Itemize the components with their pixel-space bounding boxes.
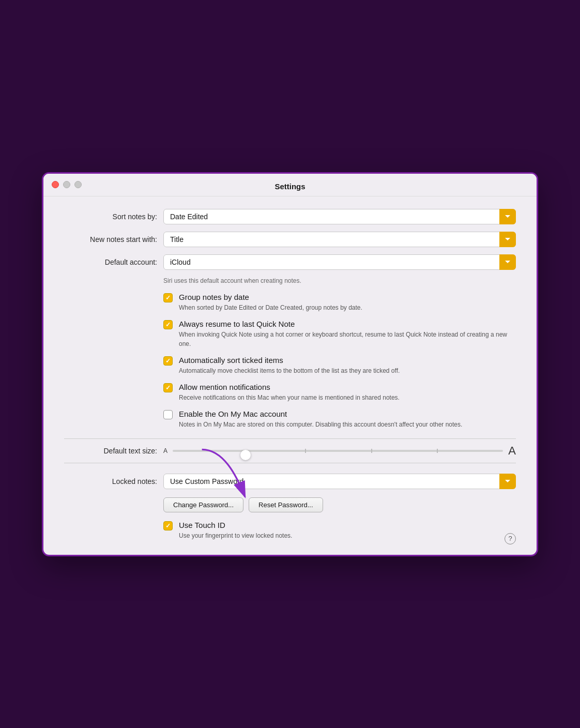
settings-content: Sort notes by: Date Edited Date Created … — [43, 196, 537, 555]
on-my-mac-title: Enable the On My Mac account — [179, 410, 516, 418]
touch-id-label-group: Use Touch ID Use your fingerprint to vie… — [179, 521, 292, 540]
siri-hint: Siri uses this default account when crea… — [163, 277, 516, 284]
maximize-button[interactable] — [74, 181, 82, 188]
locked-notes-label: Locked notes: — [64, 477, 157, 486]
always-resume-checkbox[interactable] — [163, 320, 173, 329]
help-button[interactable]: ? — [505, 533, 516, 544]
auto-sort-label-group: Automatically sort ticked items Automati… — [179, 356, 516, 375]
bottom-row: Use Touch ID Use your fingerprint to vie… — [163, 521, 516, 540]
group-notes-checkbox-wrapper[interactable] — [163, 293, 173, 302]
on-my-mac-checkbox-wrapper[interactable] — [163, 410, 173, 419]
group-notes-checkbox[interactable] — [163, 293, 173, 302]
auto-sort-checkbox[interactable] — [163, 356, 173, 366]
slider-large-a: A — [508, 444, 516, 458]
group-notes-desc: When sorted by Date Edited or Date Creat… — [179, 303, 516, 312]
auto-sort-desc: Automatically move checklist items to th… — [179, 366, 516, 375]
new-notes-select[interactable]: Title Body Last edited paragraph — [163, 232, 516, 247]
touch-id-checkbox-wrapper[interactable] — [163, 521, 173, 530]
allow-mention-row: Allow mention notifications Receive noti… — [163, 383, 516, 402]
group-notes-label-group: Group notes by date When sorted by Date … — [179, 293, 516, 312]
default-account-row: Default account: iCloud On My Mac — [64, 254, 516, 270]
on-my-mac-desc: Notes in On My Mac are stored on this co… — [179, 420, 516, 429]
sort-notes-select[interactable]: Date Edited Date Created Title — [163, 209, 516, 224]
sort-notes-row: Sort notes by: Date Edited Date Created … — [64, 209, 516, 224]
allow-mention-checkbox-wrapper[interactable] — [163, 383, 173, 392]
default-account-select[interactable]: iCloud On My Mac — [163, 254, 516, 270]
slider-small-a: A — [163, 447, 167, 454]
on-my-mac-row: Enable the On My Mac account Notes in On… — [163, 410, 516, 429]
touch-id-checkbox[interactable] — [163, 521, 173, 530]
reset-password-button[interactable]: Reset Password... — [249, 497, 323, 512]
slider-track — [173, 450, 503, 452]
slider-tick-2 — [371, 449, 372, 453]
sort-notes-select-wrapper: Date Edited Date Created Title — [163, 209, 516, 224]
locked-notes-select[interactable]: Use Custom Password Use Device Password — [163, 474, 516, 489]
slider-track-wrapper[interactable] — [173, 446, 503, 456]
new-notes-select-wrapper: Title Body Last edited paragraph — [163, 232, 516, 247]
checkboxes-section: Group notes by date When sorted by Date … — [163, 293, 516, 429]
window-title: Settings — [274, 182, 305, 191]
new-notes-row: New notes start with: Title Body Last ed… — [64, 232, 516, 247]
touch-id-desc: Use your fingerprint to view locked note… — [179, 531, 292, 540]
on-my-mac-label-group: Enable the On My Mac account Notes in On… — [179, 410, 516, 429]
touch-id-group: Use Touch ID Use your fingerprint to vie… — [163, 521, 292, 540]
title-bar: Settings — [43, 174, 537, 196]
touch-id-title: Use Touch ID — [179, 521, 292, 529]
default-account-label: Default account: — [64, 258, 157, 266]
allow-mention-title: Allow mention notifications — [179, 383, 516, 391]
slider-tick-3 — [437, 449, 438, 453]
slider-thumb[interactable] — [240, 450, 251, 460]
minimize-button[interactable] — [63, 181, 70, 188]
always-resume-row: Always resume to last Quick Note When in… — [163, 320, 516, 348]
slider-row: Default text size: A A — [64, 444, 516, 458]
allow-mention-checkbox[interactable] — [163, 383, 173, 392]
auto-sort-checkbox-wrapper[interactable] — [163, 356, 173, 366]
slider-tick-1 — [305, 449, 306, 453]
close-button[interactable] — [52, 181, 59, 188]
group-notes-row: Group notes by date When sorted by Date … — [163, 293, 516, 312]
allow-mention-desc: Receive notifications on this Mac when y… — [179, 393, 516, 402]
always-resume-title: Always resume to last Quick Note — [179, 320, 516, 328]
text-size-section: Default text size: A A — [64, 438, 516, 463]
locked-notes-select-wrapper: Use Custom Password Use Device Password — [163, 474, 516, 489]
allow-mention-label-group: Allow mention notifications Receive noti… — [179, 383, 516, 402]
always-resume-checkbox-wrapper[interactable] — [163, 320, 173, 329]
settings-window: Settings Sort notes by: Date Edited Date… — [42, 172, 538, 556]
locked-notes-row: Locked notes: Use Custom Password Use De… — [64, 474, 516, 489]
auto-sort-title: Automatically sort ticked items — [179, 356, 516, 365]
password-buttons: Change Password... Reset Password... — [163, 497, 516, 512]
default-account-select-wrapper: iCloud On My Mac — [163, 254, 516, 270]
group-notes-title: Group notes by date — [179, 293, 516, 301]
slider-container: A A — [163, 444, 516, 458]
auto-sort-row: Automatically sort ticked items Automati… — [163, 356, 516, 375]
always-resume-desc: When invoking Quick Note using a hot cor… — [179, 330, 516, 348]
sort-notes-label: Sort notes by: — [64, 213, 157, 221]
text-size-label: Default text size: — [64, 447, 157, 455]
change-password-button[interactable]: Change Password... — [163, 497, 243, 512]
on-my-mac-checkbox[interactable] — [163, 410, 173, 419]
always-resume-label-group: Always resume to last Quick Note When in… — [179, 320, 516, 348]
new-notes-label: New notes start with: — [64, 235, 157, 244]
traffic-lights — [52, 181, 82, 188]
